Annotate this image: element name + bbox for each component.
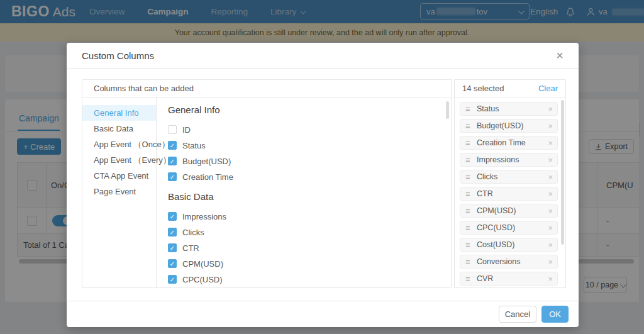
drag-handle-icon[interactable]: ≡ (465, 272, 470, 286)
drag-handle-icon[interactable]: ≡ (465, 103, 470, 116)
checkbox-icon (168, 125, 177, 134)
column-checkbox-area: General Info ID Status (157, 97, 451, 287)
page-background: BIGO Ads Overview Campaign Reporting Lib… (0, 0, 644, 334)
group-heading: Basic Data (168, 191, 451, 203)
category-sidebar-item[interactable]: CTA App Event (82, 168, 156, 184)
available-columns-header: Columns that can be added (82, 80, 451, 97)
remove-icon[interactable]: × (548, 238, 553, 252)
selected-columns-list: ≡ Status × ≡ Budget(USD) × ≡ Creation Ti… (460, 102, 558, 287)
checkbox-icon (168, 141, 177, 150)
category-sidebar-item[interactable]: Basic Data (82, 121, 156, 136)
selected-column-pill: ≡ Budget(USD) × (460, 119, 558, 133)
column-checkbox-row[interactable]: Clicks (168, 226, 451, 238)
category-sidebar-item[interactable]: App Event （Once） (82, 136, 156, 152)
category-sidebar-item[interactable]: App Event （Every） (82, 152, 156, 168)
close-icon[interactable]: × (556, 49, 564, 62)
selected-columns-header: 14 selected Clear (455, 80, 565, 97)
selected-count: 14 selected (462, 84, 504, 93)
column-checkbox-row[interactable]: Budget(USD) (168, 155, 451, 167)
drag-handle-icon[interactable]: ≡ (465, 221, 470, 235)
checkbox-icon (168, 157, 177, 165)
ok-button[interactable]: OK (541, 306, 569, 323)
checkbox-icon (168, 259, 177, 268)
remove-icon[interactable]: × (548, 120, 553, 133)
selected-list-scrollbar[interactable] (561, 100, 564, 245)
remove-icon[interactable]: × (548, 153, 553, 167)
modal-header: Custom Columns × (67, 43, 579, 69)
column-checkbox-row[interactable]: CPC(USD) (168, 273, 451, 286)
column-checkbox-row[interactable]: Creation Time (168, 170, 451, 183)
column-checkbox-row[interactable]: CPM(USD) (168, 257, 451, 270)
selected-column-pill: ≡ CPM(USD) × (460, 204, 558, 218)
selected-column-pill: ≡ Status × (460, 102, 558, 116)
remove-icon[interactable]: × (548, 136, 553, 150)
clear-link[interactable]: Clear (538, 84, 558, 93)
drag-handle-icon[interactable]: ≡ (465, 238, 470, 252)
drag-handle-icon[interactable]: ≡ (465, 204, 470, 218)
selected-column-pill: ≡ CTR × (460, 187, 558, 201)
modal-footer: Cancel OK (67, 301, 579, 327)
column-checkbox-row[interactable]: ID (168, 123, 451, 136)
selected-column-pill: ≡ Cost(USD) × (460, 238, 558, 252)
remove-icon[interactable]: × (548, 103, 553, 116)
column-checkbox-row[interactable]: Status (168, 139, 451, 152)
checkbox-area-scrollbar[interactable] (446, 101, 449, 119)
group-basic-data: Impressions Clicks CTR (168, 210, 451, 287)
group-general-info: ID Status Budget(USD) (168, 123, 451, 183)
category-sidebar-item[interactable]: General Info (82, 105, 156, 121)
drag-handle-icon[interactable]: ≡ (465, 170, 470, 184)
remove-icon[interactable]: × (548, 255, 553, 269)
drag-handle-icon[interactable]: ≡ (465, 187, 470, 201)
selected-column-pill: ≡ Clicks × (460, 170, 558, 184)
selected-columns-box: 14 selected Clear ≡ Status × ≡ Budget(US… (454, 79, 566, 288)
category-sidebar: General Info Basic Data App Event （Once）… (82, 97, 157, 287)
selected-column-pill: ≡ Creation Time × (460, 136, 558, 150)
column-checkbox-row[interactable]: Impressions (168, 210, 451, 223)
selected-column-pill: ≡ Conversions × (460, 255, 558, 269)
selected-column-pill: ≡ CPC(USD) × (460, 221, 558, 235)
selected-column-pill: ≡ CVR × (460, 272, 558, 286)
checkbox-icon (168, 212, 177, 221)
custom-columns-modal: Custom Columns × Columns that can be add… (67, 43, 579, 327)
remove-icon[interactable]: × (548, 221, 553, 235)
checkbox-icon (168, 172, 177, 181)
drag-handle-icon[interactable]: ≡ (465, 136, 470, 150)
drag-handle-icon[interactable]: ≡ (465, 120, 470, 133)
available-columns-box: Columns that can be added General Info B… (82, 79, 452, 288)
available-columns-body: General Info Basic Data App Event （Once）… (82, 97, 451, 287)
category-sidebar-item[interactable]: Page Event (82, 184, 156, 199)
remove-icon[interactable]: × (548, 170, 553, 184)
drag-handle-icon[interactable]: ≡ (465, 153, 470, 167)
column-checkbox-row[interactable]: CTR (168, 242, 451, 254)
remove-icon[interactable]: × (548, 204, 553, 218)
group-heading: General Info (168, 104, 451, 116)
checkbox-icon (168, 228, 177, 237)
cancel-button[interactable]: Cancel (499, 306, 536, 323)
checkbox-icon (168, 243, 177, 252)
selected-column-pill: ≡ Impressions × (460, 153, 558, 167)
drag-handle-icon[interactable]: ≡ (465, 255, 470, 269)
checkbox-icon (168, 275, 177, 284)
modal-title: Custom Columns (82, 50, 154, 61)
remove-icon[interactable]: × (548, 187, 553, 201)
remove-icon[interactable]: × (548, 272, 553, 286)
